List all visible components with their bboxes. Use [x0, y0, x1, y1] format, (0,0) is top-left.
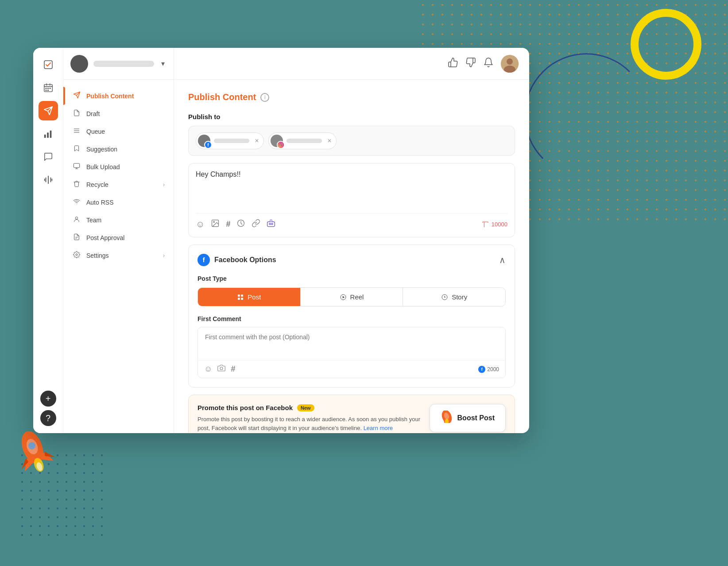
recycle-arrow-icon: › [163, 182, 165, 188]
facebook-options-section: f Facebook Options ∧ Post Type Post Reel [188, 244, 515, 388]
svg-rect-40 [238, 295, 240, 297]
svg-point-32 [282, 143, 282, 144]
queue-label: Queue [86, 128, 105, 135]
nav-icon-analytics[interactable] [39, 124, 58, 143]
svg-rect-12 [47, 88, 49, 89]
first-comment-input[interactable] [198, 327, 505, 358]
facebook-chip-close[interactable]: ✕ [255, 138, 259, 144]
svg-point-49 [445, 297, 445, 297]
svg-point-31 [280, 144, 281, 145]
svg-point-6 [27, 441, 37, 450]
main-topbar [174, 48, 529, 80]
sidebar-item-settings[interactable]: Settings › [63, 247, 174, 264]
user-avatar[interactable] [501, 55, 519, 73]
background-dots-bottom [18, 451, 106, 539]
main-content: Publish Content i Publish to f ✕ [174, 48, 529, 433]
char-count: 10000 [482, 221, 507, 228]
svg-rect-16 [44, 135, 46, 138]
nav-icon-calendar[interactable] [39, 78, 58, 97]
sidebar-item-suggestion[interactable]: Suggestion [63, 140, 174, 158]
sidebar-item-bulk-upload[interactable]: Bulk Upload [63, 158, 174, 176]
svg-rect-15 [47, 90, 49, 91]
svg-rect-22 [74, 163, 79, 167]
nav-icon-audio[interactable] [39, 170, 58, 190]
team-label: Team [86, 217, 101, 224]
help-button[interactable]: ? [40, 410, 56, 426]
nav-icon-publish[interactable] [39, 101, 58, 120]
comment-hashtag-icon[interactable]: # [231, 364, 235, 374]
comment-char-count: f 2000 [478, 366, 499, 373]
svg-rect-42 [238, 298, 240, 300]
promote-banner: Promote this post on Facebok New Promote… [188, 395, 515, 433]
emoji-picker-icon[interactable]: ☺ [196, 219, 205, 229]
post-type-post-button[interactable]: Post [198, 288, 301, 306]
post-approval-icon [72, 233, 81, 242]
team-icon [72, 216, 81, 225]
svg-point-23 [75, 217, 77, 219]
post-type-story-button[interactable]: Story [403, 288, 505, 306]
settings-icon [72, 251, 81, 260]
link-icon[interactable] [252, 219, 260, 230]
thumbs-up-icon[interactable] [448, 57, 458, 70]
svg-point-4 [32, 457, 46, 473]
svg-point-34 [213, 221, 215, 223]
auto-rss-icon [72, 198, 81, 207]
sidebar-nav: Publish Content Draft Queue Suggestion [63, 80, 174, 433]
post-type-reel-button[interactable]: Reel [301, 288, 403, 306]
facebook-chip[interactable]: f ✕ [196, 132, 264, 149]
svg-rect-43 [241, 298, 244, 300]
schedule-icon[interactable] [236, 219, 245, 230]
svg-point-37 [269, 223, 271, 225]
fb-options-header: f Facebook Options ∧ [197, 254, 506, 266]
comment-camera-icon[interactable] [217, 364, 225, 374]
nav-icon-checklist[interactable] [39, 55, 58, 74]
svg-point-38 [271, 223, 273, 225]
sidebar-item-team[interactable]: Team [63, 211, 174, 229]
sidebar-item-auto-rss[interactable]: Auto RSS [63, 194, 174, 211]
svg-rect-30 [279, 143, 283, 147]
collapse-icon[interactable]: ∧ [499, 255, 506, 265]
publish-content-title: Publish Content [188, 92, 256, 102]
promote-left: Promote this post on Facebok New Promote… [197, 404, 422, 432]
sidebar-item-publish-content[interactable]: Publish Content [63, 87, 174, 105]
comment-emoji-icon[interactable]: ☺ [204, 364, 212, 374]
bell-icon[interactable] [483, 57, 494, 70]
sidebar-item-recycle[interactable]: Recycle › [63, 176, 174, 194]
ai-assistant-icon[interactable] [267, 219, 275, 230]
workspace-dropdown[interactable]: ▾ [159, 58, 167, 70]
settings-label: Settings [86, 252, 109, 259]
boost-icon [441, 411, 453, 426]
instagram-username-placeholder [287, 139, 322, 143]
queue-icon [72, 127, 81, 136]
info-icon[interactable]: i [260, 93, 269, 102]
instagram-badge [277, 141, 285, 149]
recycle-icon [72, 180, 81, 189]
sidebar-item-queue[interactable]: Queue [63, 123, 174, 140]
instagram-chip[interactable]: ✕ [268, 132, 337, 149]
fb-mini-icon: f [478, 366, 485, 373]
boost-post-button[interactable]: Boost Post [430, 404, 506, 432]
sidebar-item-draft[interactable]: Draft [63, 105, 174, 123]
topbar-icons [448, 55, 519, 73]
thumbs-down-icon[interactable] [465, 57, 476, 70]
app-window: + ? ▾ Publish Content [33, 48, 529, 433]
learn-more-link[interactable]: Learn more [364, 425, 393, 431]
blue-arc-decoration [524, 53, 648, 177]
post-text-input[interactable]: Hey Champs!! [196, 171, 507, 206]
instagram-chip-close[interactable]: ✕ [327, 138, 332, 144]
sidebar-header: ▾ [63, 48, 174, 80]
facebook-avatar: f [198, 135, 210, 147]
hashtag-icon[interactable]: # [226, 220, 230, 229]
add-button[interactable]: + [40, 391, 56, 407]
post-toolbar: ☺ # 10000 [196, 213, 507, 230]
publish-area: Publish Content i Publish to f ✕ [174, 80, 529, 433]
instagram-avatar [271, 135, 283, 147]
nav-icon-messages[interactable] [39, 147, 58, 167]
media-upload-icon[interactable] [211, 219, 220, 230]
settings-arrow-icon: › [163, 252, 165, 259]
svg-marker-7 [19, 458, 30, 469]
post-approval-label: Post Approval [86, 234, 124, 241]
bulk-upload-icon [72, 163, 81, 171]
sidebar-item-post-approval[interactable]: Post Approval [63, 229, 174, 247]
active-indicator [63, 87, 65, 105]
